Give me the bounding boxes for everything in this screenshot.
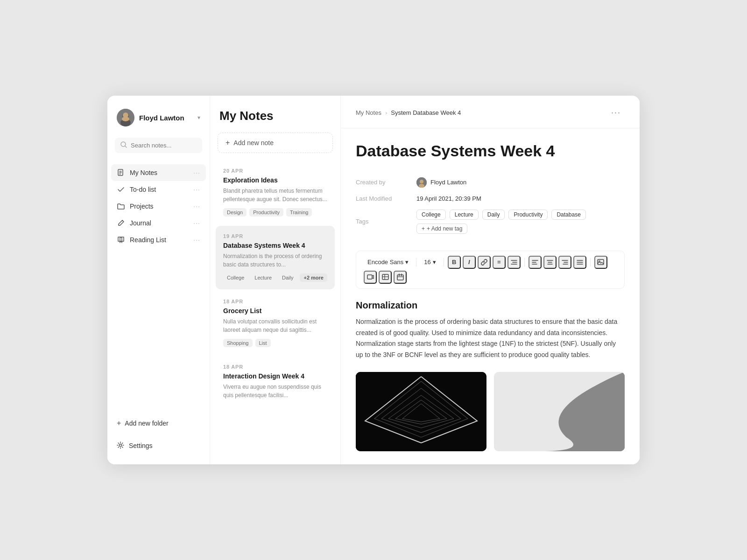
tag-daily: Daily [278, 273, 297, 282]
note-date: 19 APR [223, 233, 327, 239]
pencil-icon [117, 219, 125, 227]
svg-line-7 [125, 146, 127, 147]
images-row [356, 372, 625, 451]
note-preview: Blandit pharetra tellus metus fermentum … [223, 187, 327, 203]
breadcrumb-root[interactable]: My Notes [356, 109, 381, 116]
check-icon [117, 186, 125, 193]
toolbar-divider [524, 258, 525, 266]
svg-point-5 [123, 112, 128, 118]
chevron-down-icon: ▾ [405, 259, 409, 266]
chevron-down-icon: ▾ [433, 259, 436, 266]
sidebar-item-my-notes[interactable]: My Notes ··· [111, 164, 206, 181]
content-panel: My Notes › System Database Week 4 ··· Da… [341, 96, 640, 464]
svg-point-15 [419, 184, 424, 188]
sidebar-item-reading-list[interactable]: Reading List ··· [111, 231, 206, 248]
tag-productivity: Productivity [249, 208, 283, 217]
indent-button[interactable] [507, 256, 521, 269]
italic-button[interactable]: I [463, 256, 476, 269]
add-tag-button[interactable]: + + Add new tag [416, 224, 467, 234]
meta-table: Created by Floyd Lawton Last Mo [356, 174, 625, 238]
book-icon [117, 236, 125, 244]
gear-icon [117, 441, 124, 450]
svg-rect-31 [598, 259, 604, 265]
insert-video-button[interactable] [364, 271, 377, 284]
add-note-label: Add new note [233, 139, 274, 147]
tag-more: +2 more [300, 273, 327, 282]
tag-design: Design [223, 208, 247, 217]
notes-header: My Notes [210, 109, 340, 133]
plus-icon: + [422, 225, 425, 232]
font-family-select[interactable]: Encode Sans ▾ [364, 257, 412, 267]
note-title: Exploration Ideas [223, 176, 327, 184]
svg-point-14 [420, 180, 423, 183]
add-folder-button[interactable]: + Add new folder [111, 414, 206, 432]
svg-rect-41 [356, 372, 486, 451]
sidebar-item-projects[interactable]: Projects ··· [111, 198, 206, 215]
toolbar-divider [590, 258, 591, 266]
list-button[interactable]: ≡ [493, 256, 506, 269]
doc-icon [117, 169, 125, 176]
note-card-exploration-ideas[interactable]: 20 APR Exploration Ideas Blandit pharetr… [216, 161, 335, 224]
sidebar-item-journal[interactable]: Journal ··· [111, 215, 206, 231]
more-dots-icon[interactable]: ··· [193, 236, 200, 244]
svg-rect-33 [367, 275, 372, 279]
note-title: Grocery List [223, 307, 327, 315]
note-tags: Shopping List [223, 339, 327, 347]
sidebar-item-todo[interactable]: To-do list ··· [111, 181, 206, 198]
font-size-select[interactable]: 16 ▾ [420, 257, 439, 267]
breadcrumb-separator: › [385, 109, 387, 116]
tag-lecture: Lecture [251, 273, 275, 282]
insert-image-button[interactable] [594, 256, 607, 269]
sidebar-item-label-todo: To-do list [130, 186, 189, 193]
note-preview: Viverra eu augue non suspendisse quis qu… [223, 383, 327, 399]
tag-daily: Daily [482, 210, 505, 220]
breadcrumb-current: System Database Week 4 [391, 109, 461, 116]
align-left-button[interactable] [529, 256, 542, 269]
more-options-button[interactable]: ··· [607, 106, 625, 119]
user-profile[interactable]: Floyd Lawton ▾ [107, 109, 210, 138]
more-dots-icon[interactable]: ··· [193, 169, 200, 176]
note-card-interaction-design[interactable]: 18 APR Interaction Design Week 4 Viverra… [216, 357, 335, 412]
note-title: Interaction Design Week 4 [223, 372, 327, 380]
settings-button[interactable]: Settings [111, 437, 206, 455]
last-modified-label: Last Modified [356, 195, 407, 202]
sidebar: Floyd Lawton ▾ [107, 96, 210, 464]
note-card-grocery-list[interactable]: 18 APR Grocery List Nulla volutpat conva… [216, 291, 335, 355]
folder-icon [117, 203, 125, 210]
more-dots-icon[interactable]: ··· [193, 186, 200, 193]
insert-table-button[interactable] [379, 271, 392, 284]
creator-avatar [416, 177, 427, 188]
note-image-dark [356, 372, 486, 451]
toolbar-divider [416, 258, 416, 266]
plus-icon: + [117, 419, 121, 427]
font-family-label: Encode Sans [367, 259, 403, 266]
toolbar-divider [444, 258, 444, 266]
add-tag-label: + Add new tag [427, 225, 462, 232]
bold-button[interactable]: B [448, 256, 461, 269]
note-date: 18 APR [223, 364, 327, 370]
creator-name: Floyd Lawton [430, 179, 466, 186]
app-container: Floyd Lawton ▾ [107, 96, 640, 464]
note-card-database-systems[interactable]: 19 APR Database Systems Week 4 Normaliza… [216, 226, 335, 289]
justify-button[interactable] [573, 256, 586, 269]
link-button[interactable] [478, 256, 491, 269]
note-main-title: Database Systems Week 4 [356, 141, 625, 161]
sidebar-item-label-my-notes: My Notes [130, 169, 189, 176]
search-bar[interactable] [115, 138, 202, 153]
search-input[interactable] [131, 142, 197, 149]
editor-toolbar: Encode Sans ▾ 16 ▾ B I ≡ [356, 251, 625, 289]
add-folder-label: Add new folder [125, 420, 168, 427]
more-dots-icon[interactable]: ··· [193, 219, 200, 227]
breadcrumb: My Notes › System Database Week 4 [356, 109, 461, 116]
tag-training: Training [286, 208, 312, 217]
font-size-label: 16 [424, 259, 430, 266]
sidebar-item-label-projects: Projects [130, 203, 189, 210]
note-date: 18 APR [223, 299, 327, 304]
align-right-button[interactable] [558, 256, 571, 269]
align-center-button[interactable] [543, 256, 557, 269]
add-note-button[interactable]: + Add new note [218, 133, 333, 153]
notes-panel: My Notes + Add new note 20 APR Explorati… [210, 96, 341, 464]
more-dots-icon[interactable]: ··· [193, 203, 200, 210]
more-dots-icon: ··· [611, 108, 621, 118]
insert-calendar-button[interactable] [394, 271, 407, 284]
